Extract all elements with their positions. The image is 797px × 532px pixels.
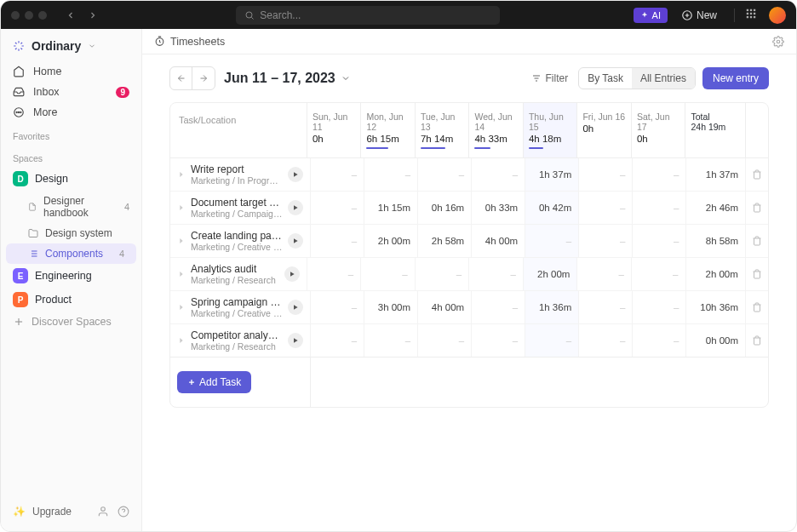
forward-button[interactable] xyxy=(83,5,103,26)
chevron-right-icon[interactable] xyxy=(177,203,186,212)
time-cell[interactable]: – xyxy=(360,258,415,290)
col-day-0[interactable]: Sun, Jun 110h xyxy=(307,103,361,157)
nav-home[interactable]: Home xyxy=(1,61,141,82)
prev-week-button[interactable] xyxy=(170,67,192,89)
col-day-4[interactable]: Thu, Jun 154h 18m xyxy=(523,103,577,157)
time-cell[interactable]: – xyxy=(631,258,685,290)
delete-button[interactable] xyxy=(745,225,768,257)
discover-spaces[interactable]: Discover Spaces xyxy=(1,312,141,332)
new-button[interactable]: New xyxy=(674,9,724,21)
chevron-right-icon[interactable] xyxy=(177,303,186,312)
delete-button[interactable] xyxy=(745,192,768,224)
play-button[interactable] xyxy=(288,200,303,215)
time-cell[interactable]: – xyxy=(525,324,578,357)
space-sub-handbook[interactable]: Designer handbook 4 xyxy=(1,191,141,223)
back-button[interactable] xyxy=(60,5,81,26)
play-button[interactable] xyxy=(288,167,303,182)
search-input[interactable]: Search... xyxy=(236,6,500,25)
time-cell[interactable]: – xyxy=(310,192,364,224)
time-cell[interactable]: – xyxy=(310,158,364,191)
maximize-dot[interactable] xyxy=(38,11,47,20)
time-cell[interactable]: – xyxy=(310,291,364,323)
time-cell[interactable]: – xyxy=(632,158,685,191)
time-cell[interactable]: – xyxy=(307,258,361,290)
chevron-right-icon[interactable] xyxy=(177,237,186,245)
space-product[interactable]: P Product xyxy=(1,288,141,312)
time-cell[interactable]: – xyxy=(578,225,632,257)
play-button[interactable] xyxy=(288,333,303,348)
apps-grid-icon[interactable] xyxy=(745,8,757,22)
time-cell[interactable]: – xyxy=(310,225,364,257)
close-dot[interactable] xyxy=(11,11,20,20)
nav-more[interactable]: More xyxy=(1,102,141,123)
time-cell[interactable]: 0h 42m xyxy=(525,192,578,224)
time-cell[interactable]: – xyxy=(578,324,632,357)
space-design[interactable]: D Design xyxy=(1,167,141,191)
time-cell[interactable]: 2h 00m xyxy=(364,225,417,257)
task-info[interactable]: Analytics audit Marketing / Research xyxy=(191,263,279,285)
space-sub-design-system[interactable]: Design system xyxy=(1,223,141,243)
time-cell[interactable]: 0h 16m xyxy=(417,192,471,224)
minimize-dot[interactable] xyxy=(25,11,33,20)
task-info[interactable]: Document target users Marketing / Campai… xyxy=(191,197,283,219)
chevron-right-icon[interactable] xyxy=(177,336,186,345)
play-button[interactable] xyxy=(288,233,303,249)
space-engineering[interactable]: E Engineering xyxy=(1,264,141,288)
avatar[interactable] xyxy=(769,7,786,24)
time-cell[interactable]: 4h 00m xyxy=(417,291,471,323)
time-cell[interactable]: – xyxy=(578,192,632,224)
col-day-1[interactable]: Mon, Jun 126h 15m xyxy=(360,103,415,157)
task-info[interactable]: Create landing page Marketing / Creative… xyxy=(191,230,283,252)
time-cell[interactable]: – xyxy=(364,324,417,357)
time-cell[interactable]: 1h 37m xyxy=(525,158,578,191)
col-day-5[interactable]: Fri, Jun 160h xyxy=(576,103,631,157)
col-day-2[interactable]: Tue, Jun 137h 14m xyxy=(415,103,469,157)
time-cell[interactable]: – xyxy=(632,192,685,224)
time-cell[interactable]: – xyxy=(471,158,525,191)
seg-by-task[interactable]: By Task xyxy=(579,68,632,89)
time-cell[interactable]: – xyxy=(576,258,631,290)
person-icon[interactable] xyxy=(97,506,109,518)
col-day-6[interactable]: Sat, Jun 170h xyxy=(631,103,685,157)
time-cell[interactable]: 1h 15m xyxy=(364,192,417,224)
time-cell[interactable]: – xyxy=(632,225,685,257)
time-cell[interactable]: – xyxy=(417,324,471,357)
time-cell[interactable]: – xyxy=(468,258,523,290)
time-cell[interactable]: 3h 00m xyxy=(364,291,417,323)
time-cell[interactable]: – xyxy=(632,291,685,323)
time-cell[interactable]: – xyxy=(578,291,632,323)
time-cell[interactable]: – xyxy=(417,158,471,191)
time-cell[interactable]: 2h 00m xyxy=(523,258,577,290)
time-cell[interactable]: – xyxy=(471,291,525,323)
time-cell[interactable]: – xyxy=(471,324,525,357)
ai-button[interactable]: AI xyxy=(634,8,668,23)
help-icon[interactable] xyxy=(118,506,129,518)
workspace-switcher[interactable]: Ordinary xyxy=(1,36,141,61)
chevron-right-icon[interactable] xyxy=(177,170,186,179)
upgrade-link[interactable]: Upgrade xyxy=(32,506,72,518)
time-cell[interactable]: – xyxy=(415,258,469,290)
new-entry-button[interactable]: New entry xyxy=(702,67,769,89)
seg-all-entries[interactable]: All Entries xyxy=(632,68,695,89)
time-cell[interactable]: – xyxy=(578,158,632,191)
time-cell[interactable]: 0h 33m xyxy=(471,192,525,224)
play-button[interactable] xyxy=(284,266,300,282)
add-task-button[interactable]: Add Task xyxy=(177,371,251,393)
space-sub-components[interactable]: Components 4 xyxy=(6,243,136,264)
filter-button[interactable]: Filter xyxy=(528,72,571,84)
task-info[interactable]: Write report Marketing / In Progress xyxy=(191,163,283,186)
next-week-button[interactable] xyxy=(192,67,215,89)
time-cell[interactable]: – xyxy=(310,324,364,357)
gear-icon[interactable] xyxy=(772,36,784,48)
time-cell[interactable]: – xyxy=(364,158,417,191)
time-cell[interactable]: – xyxy=(632,324,685,357)
chevron-right-icon[interactable] xyxy=(177,270,186,278)
col-day-3[interactable]: Wed, Jun 144h 33m xyxy=(468,103,523,157)
task-info[interactable]: Competitor analysis doc Marketing / Rese… xyxy=(191,329,283,352)
nav-inbox[interactable]: Inbox 9 xyxy=(1,82,141,102)
date-range[interactable]: Jun 11 – 17, 2023 xyxy=(224,71,351,86)
delete-button[interactable] xyxy=(745,291,768,323)
play-button[interactable] xyxy=(288,300,303,315)
time-cell[interactable]: 2h 58m xyxy=(417,225,471,257)
delete-button[interactable] xyxy=(745,324,768,357)
